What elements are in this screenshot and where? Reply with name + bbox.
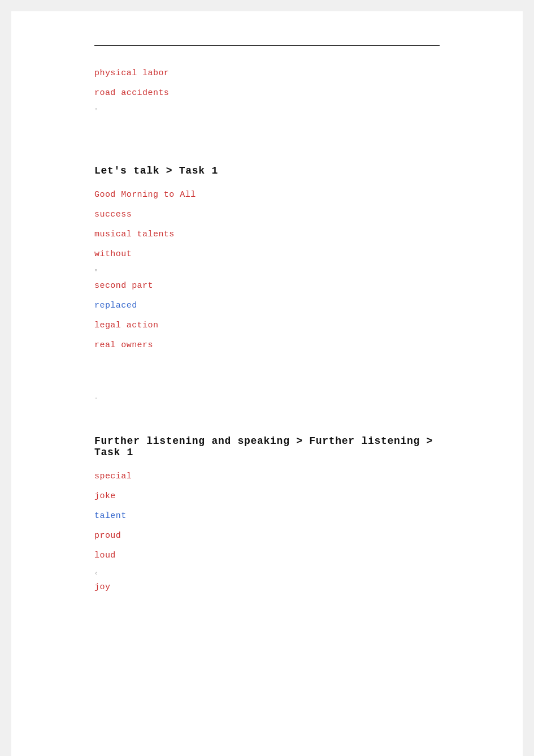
list-item: road accidents xyxy=(94,88,440,98)
list-item: special xyxy=(94,472,440,481)
mark-symbol: ′ xyxy=(94,108,440,114)
list-item: real owners xyxy=(94,340,440,350)
list-item: without xyxy=(94,249,440,259)
section-3-heading: Further listening and speaking > Further… xyxy=(94,435,440,458)
list-item: replaced xyxy=(94,301,440,310)
list-item: joke xyxy=(94,491,440,501)
list-item: physical labor xyxy=(94,68,440,78)
page-container: physical labor road accidents ′ Let's ta… xyxy=(11,11,523,756)
section-3-block: Further listening and speaking > Further… xyxy=(94,435,440,592)
section-1-block: physical labor road accidents ′ xyxy=(94,68,440,114)
section-divider xyxy=(94,45,440,46)
list-item: proud xyxy=(94,531,440,541)
section-2-block: Let's talk > Task 1 Good Morning to All … xyxy=(94,165,440,350)
list-item: legal action xyxy=(94,321,440,330)
list-item: second part xyxy=(94,281,440,291)
mark-symbol: ‹ xyxy=(94,571,440,577)
section-2-heading: Let's talk > Task 1 xyxy=(94,165,440,176)
list-item: talent xyxy=(94,511,440,521)
list-item: loud xyxy=(94,551,440,560)
list-item: musical talents xyxy=(94,230,440,239)
list-item: success xyxy=(94,210,440,219)
mark-symbol-2: · xyxy=(94,395,440,401)
list-item: joy xyxy=(94,582,440,592)
mark-symbol: ″ xyxy=(94,269,440,275)
list-item: Good Morning to All xyxy=(94,190,440,200)
